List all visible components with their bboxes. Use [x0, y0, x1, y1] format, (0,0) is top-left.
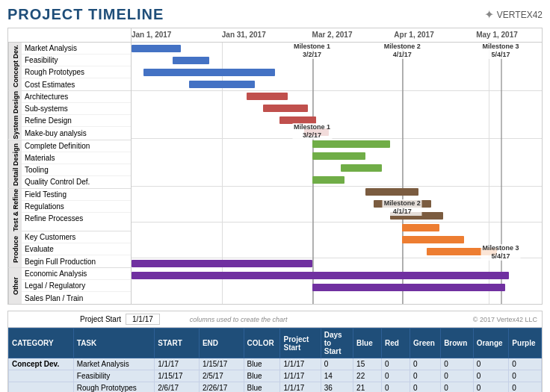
td-color: Blue — [244, 382, 280, 392]
td-category: Concept Dev. — [9, 358, 74, 370]
group-tasks-produce: Key Customers Evaluate Begin Full Produc… — [22, 231, 131, 267]
gantt-chart: Jan 1, 2017 Jan 31, 2017 Mar 2, 2017 Apr… — [7, 28, 543, 305]
task-label: Architectures — [22, 91, 131, 103]
milestone-label-2b: Milestone 24/1/17 — [383, 199, 422, 216]
copyright: © 2017 Vertex42 LLC — [473, 316, 537, 323]
date-label-3: Mar 2, 2017 — [312, 31, 353, 39]
th-orange: Orange — [473, 329, 509, 358]
th-end: END — [199, 329, 244, 358]
group-concept-dev: Concept Dev. Market Analysis Feasibility… — [8, 43, 131, 91]
td-blue: 21 — [353, 382, 382, 392]
td-days: 36 — [321, 382, 353, 392]
gantt-chart-area: Milestone 13/2/17 Milestone 24/1/17 Mile… — [132, 43, 542, 304]
project-start-row: Project Start 1/1/17 columns used to cre… — [8, 311, 542, 328]
milestone-label-3b: Milestone 35/4/17 — [481, 244, 521, 261]
td-orange: 0 — [473, 370, 509, 382]
bottom-section: Project Start 1/1/17 columns used to cre… — [7, 311, 543, 392]
data-table: CATEGORY TASK START END COLOR Project St… — [8, 328, 542, 392]
task-label: Refine Processes — [22, 213, 131, 225]
task-label: Materials — [22, 152, 131, 164]
bar-tooling — [341, 164, 382, 172]
task-label: Make-buy analysis — [22, 127, 131, 139]
td-category — [9, 382, 74, 392]
gantt-body: Concept Dev. Market Analysis Feasibility… — [8, 43, 542, 304]
td-color: Blue — [244, 370, 280, 382]
task-label: Market Analysis — [22, 43, 131, 55]
th-days: Days to Start — [321, 329, 353, 358]
header: PROJECT TIMELINE ✦ VERTEX42 — [7, 6, 543, 23]
milestone-line-1 — [312, 43, 314, 304]
group-produce: Produce Key Customers Evaluate Begin Ful… — [8, 231, 131, 268]
table-row: Concept Dev. Market Analysis 1/1/17 1/15… — [9, 358, 542, 370]
group-tasks-detail: Complete Definition Materials Tooling Qu… — [22, 140, 131, 188]
td-red: 0 — [382, 382, 410, 392]
td-green: 0 — [410, 382, 441, 392]
td-green: 0 — [410, 370, 441, 382]
milestone-label-1: Milestone 13/2/17 — [292, 43, 332, 59]
bar-rough-prototypes — [143, 69, 275, 76]
group-test-refine: Test & Refine Field Testing Regulations … — [8, 189, 131, 232]
milestone-label-1b: Milestone 13/2/17 — [292, 123, 332, 140]
td-end: 2/5/17 — [199, 370, 244, 382]
task-label: Complete Definition — [22, 140, 131, 152]
page-title: PROJECT TIMELINE — [7, 6, 164, 23]
bar-legal-regulatory — [132, 272, 509, 279]
group-label-test: Test & Refine — [8, 189, 22, 231]
th-brown: Brown — [441, 329, 474, 358]
td-task: Market Analysis — [73, 358, 154, 370]
task-label: Regulations — [22, 201, 131, 213]
bar-field-testing — [365, 188, 418, 196]
group-label-other: Other — [8, 268, 22, 304]
td-purple: 0 — [509, 370, 542, 382]
bar-materials — [312, 152, 365, 160]
th-category: CATEGORY — [9, 329, 74, 358]
date-label-4: Apr 1, 2017 — [394, 31, 433, 39]
task-label: Field Testing — [22, 189, 131, 201]
columns-note: columns used to create the chart — [190, 316, 288, 323]
bar-architectures — [247, 93, 288, 100]
td-color: Blue — [244, 358, 280, 370]
bar-evaluate — [402, 236, 463, 243]
td-green: 0 — [410, 358, 441, 370]
bar-cost-estimates — [189, 81, 255, 88]
task-label: Feasibility — [22, 55, 131, 66]
td-start: 1/15/17 — [155, 370, 200, 382]
th-color: COLOR — [244, 329, 280, 358]
td-task: Feasibility — [73, 370, 154, 382]
date-label-5: May 1, 2017 — [476, 31, 518, 39]
task-label: Quality Control Def. — [22, 176, 131, 188]
td-start: 1/1/17 — [155, 358, 200, 370]
task-label: Sub-systems — [22, 103, 131, 115]
group-tasks-test: Field Testing Regulations Refine Process… — [22, 189, 131, 231]
td-end: 2/26/17 — [199, 382, 244, 392]
grid-line-4 — [489, 43, 489, 304]
task-label: Economic Analysis — [22, 268, 131, 280]
td-purple: 0 — [509, 382, 542, 392]
td-days: 0 — [321, 358, 353, 370]
td-brown: 0 — [441, 358, 474, 370]
group-label-concept: Concept Dev. — [8, 43, 22, 90]
td-blue: 15 — [353, 358, 382, 370]
task-label: Legal / Regulatory — [22, 280, 131, 292]
spacer-system — [132, 90, 542, 138]
td-task: Rough Prototypes — [73, 382, 154, 392]
page: PROJECT TIMELINE ✦ VERTEX42 Jan 1, 2017 … — [0, 0, 550, 392]
bar-key-customers — [402, 224, 439, 231]
table-header-row: CATEGORY TASK START END COLOR Project St… — [9, 329, 542, 358]
group-system-design: System Design Architectures Sub-systems … — [8, 91, 131, 140]
gantt-header: Jan 1, 2017 Jan 31, 2017 Mar 2, 2017 Apr… — [8, 28, 542, 43]
td-projstart: 1/1/17 — [280, 370, 321, 382]
td-projstart: 1/1/17 — [280, 382, 321, 392]
group-other: Other Economic Analysis Legal / Regulato… — [8, 268, 131, 304]
td-purple: 0 — [509, 358, 542, 370]
td-start: 2/6/17 — [155, 382, 200, 392]
task-label: Begin Full Production — [22, 255, 131, 267]
date-label-1: Jan 1, 2017 — [132, 31, 171, 39]
milestone-label-2: Milestone 24/1/17 — [383, 43, 422, 59]
th-task: TASK — [73, 329, 154, 358]
bar-economic-analysis — [132, 260, 312, 267]
th-blue: Blue — [353, 329, 382, 358]
td-red: 0 — [382, 370, 410, 382]
logo-icon: ✦ — [484, 7, 494, 22]
table-row: Feasibility 1/15/17 2/5/17 Blue 1/1/17 1… — [9, 370, 542, 382]
